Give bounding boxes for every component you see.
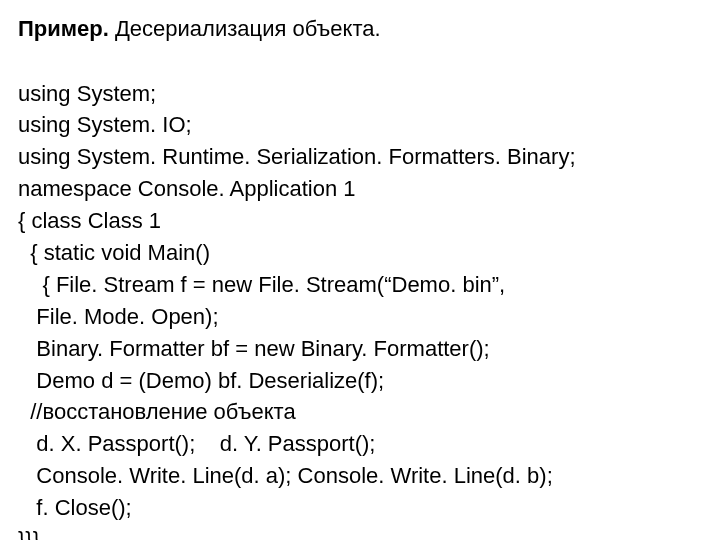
code-line: //восстановление объекта (18, 399, 296, 424)
slide-page: Пример. Десериализация объекта. using Sy… (0, 0, 720, 540)
code-line: using System; (18, 81, 156, 106)
title-label: Пример. (18, 16, 109, 41)
code-line: namespace Console. Application 1 (18, 176, 356, 201)
code-block: using System; using System. IO; using Sy… (18, 46, 702, 540)
code-line: Demo d = (Demo) bf. Deserialize(f); (18, 368, 384, 393)
code-line: f. Close(); (18, 495, 132, 520)
code-line: { class Class 1 (18, 208, 161, 233)
code-line: { File. Stream f = new File. Stream(“Dem… (18, 272, 505, 297)
code-line: d. X. Passport(); d. Y. Passport(); (18, 431, 375, 456)
code-line: using System. Runtime. Serialization. Fo… (18, 144, 576, 169)
code-line: }}} (18, 527, 40, 540)
title-line: Пример. Десериализация объекта. (18, 14, 702, 44)
code-line: { static void Main() (18, 240, 210, 265)
code-line: Console. Write. Line(d. a); Console. Wri… (18, 463, 553, 488)
code-line: using System. IO; (18, 112, 192, 137)
code-line: Binary. Formatter bf = new Binary. Forma… (18, 336, 490, 361)
code-line: File. Mode. Open); (18, 304, 219, 329)
title-desc: Десериализация объекта. (115, 16, 381, 41)
